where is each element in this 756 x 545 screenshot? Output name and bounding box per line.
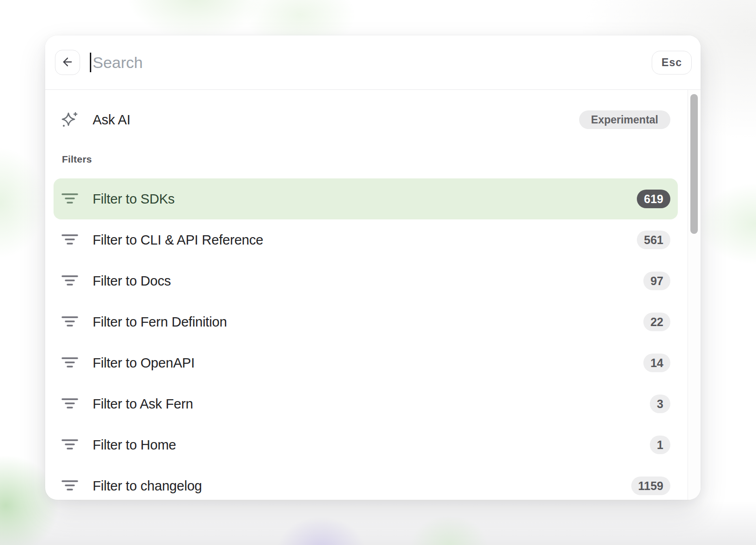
- filter-item[interactable]: Filter to Ask Fern 3: [54, 383, 678, 424]
- search-input[interactable]: [93, 54, 652, 72]
- filter-item-label: Filter to Home: [93, 437, 176, 453]
- filter-item[interactable]: Filter to OpenAPI 14: [54, 342, 678, 383]
- filter-lines-icon: [61, 315, 79, 328]
- search-field-wrap: [90, 53, 652, 72]
- results-list: Ask AI Experimental Filters Filter to SD…: [45, 90, 688, 500]
- filters-section-heading: Filters: [62, 153, 678, 165]
- filter-item-label: Filter to SDKs: [93, 191, 175, 207]
- filter-item[interactable]: Filter to SDKs 619: [54, 178, 678, 219]
- filter-lines-icon: [61, 479, 79, 492]
- result-count-badge: 14: [643, 354, 670, 372]
- filter-item-label: Filter to Fern Definition: [93, 314, 227, 330]
- ask-ai-label: Ask AI: [93, 112, 130, 128]
- filter-lines-icon: [61, 274, 79, 287]
- filter-item-label: Filter to Ask Fern: [93, 396, 193, 412]
- results-area: Ask AI Experimental Filters Filter to SD…: [45, 90, 701, 500]
- filter-item[interactable]: Filter to Docs 97: [54, 260, 678, 301]
- filter-lines-icon: [61, 438, 79, 451]
- filter-list: Filter to SDKs 619 Filter to CLI & API R…: [54, 178, 678, 500]
- result-count-badge: 1: [650, 436, 670, 454]
- filter-item-label: Filter to changelog: [93, 478, 202, 494]
- result-count-badge: 1159: [631, 477, 670, 495]
- filter-lines-icon: [61, 233, 79, 246]
- scrollbar-thumb[interactable]: [690, 94, 698, 234]
- scrollbar-track[interactable]: [688, 90, 701, 500]
- result-count-badge: 561: [637, 231, 670, 249]
- escape-button[interactable]: Esc: [652, 51, 692, 75]
- result-count-badge: 3: [650, 395, 670, 413]
- filter-item[interactable]: Filter to Fern Definition 22: [54, 301, 678, 342]
- result-count-badge: 97: [643, 272, 670, 290]
- arrow-left-icon: [61, 55, 74, 70]
- filter-item[interactable]: Filter to changelog 1159: [54, 465, 678, 500]
- filter-item-label: Filter to CLI & API Reference: [93, 232, 263, 248]
- filter-item-label: Filter to OpenAPI: [93, 355, 195, 371]
- search-bar: Esc: [45, 35, 701, 90]
- result-count-badge: 619: [637, 190, 670, 208]
- text-cursor: [90, 53, 91, 72]
- back-button[interactable]: [55, 50, 80, 75]
- filter-item[interactable]: Filter to CLI & API Reference 561: [54, 219, 678, 260]
- filter-lines-icon: [61, 356, 79, 369]
- sparkle-icon: [61, 111, 79, 129]
- filter-lines-icon: [61, 192, 79, 205]
- filter-lines-icon: [61, 397, 79, 410]
- search-dialog: Esc Ask AI Experimental Filters: [45, 35, 701, 500]
- filter-item[interactable]: Filter to Home 1: [54, 424, 678, 465]
- filter-item-label: Filter to Docs: [93, 273, 171, 289]
- result-count-badge: 22: [643, 313, 670, 331]
- ask-ai-item[interactable]: Ask AI Experimental: [54, 99, 678, 140]
- experimental-badge: Experimental: [579, 110, 670, 129]
